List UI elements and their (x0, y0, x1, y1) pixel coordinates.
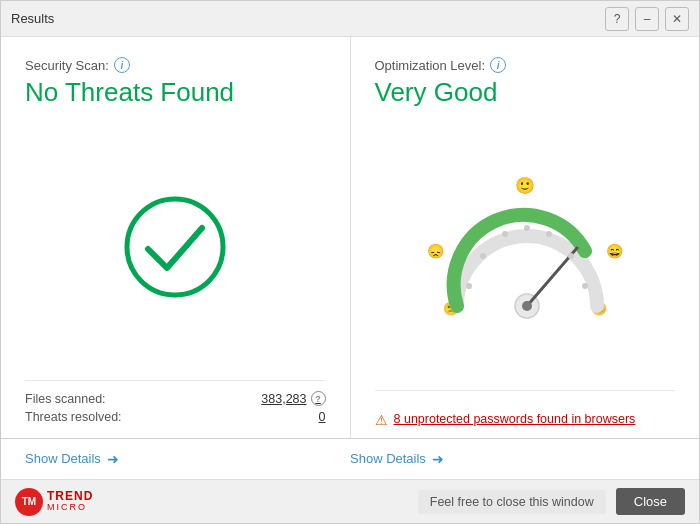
warning-triangle-icon: ⚠ (375, 412, 388, 428)
scan-label-row: Security Scan: i (25, 57, 326, 73)
svg-point-10 (582, 283, 588, 289)
title-bar-left: Results (11, 11, 54, 26)
logo-text-block: TREND MICRO (47, 490, 93, 513)
minimize-button[interactable]: – (635, 7, 659, 31)
optimization-panel: Optimization Level: i Very Good 🙂 😞 🙁 😊 … (351, 37, 700, 438)
files-scanned-row: Files scanned: 383,283 ? (25, 391, 326, 406)
arrow-right-icon-2: ➜ (432, 451, 444, 467)
arrow-right-icon: ➜ (107, 451, 119, 467)
title-bar-controls: ? – ✕ (605, 7, 689, 31)
footer-right: Feel free to close this window Close (418, 488, 685, 515)
scan-label: Security Scan: (25, 58, 109, 73)
stats-area: Files scanned: 383,283 ? Threats resolve… (25, 380, 326, 428)
help-button[interactable]: ? (605, 7, 629, 31)
main-content: Security Scan: i No Threats Found Files … (1, 37, 699, 479)
title-bar: Results ? – ✕ (1, 1, 699, 37)
face-neutral-top-icon: 🙂 (515, 176, 535, 195)
footer-message: Feel free to close this window (418, 490, 606, 514)
threats-resolved-label: Threats resolved: (25, 410, 122, 424)
panels-container: Security Scan: i No Threats Found Files … (1, 37, 699, 438)
svg-point-9 (568, 253, 574, 259)
show-details-area: Show Details ➜ Show Details ➜ (1, 438, 699, 479)
svg-point-8 (546, 231, 552, 237)
logo-micro: MICRO (47, 503, 93, 513)
scan-info-icon[interactable]: i (114, 57, 130, 73)
files-help-icon[interactable]: ? (311, 391, 326, 406)
check-circle-container (25, 118, 326, 375)
optimization-label: Optimization Level: (375, 58, 486, 73)
trend-micro-logo: TM TREND MICRO (15, 488, 93, 516)
window-close-button[interactable]: ✕ (665, 7, 689, 31)
gauge-container: 🙂 😞 🙁 😊 😄 (375, 118, 676, 385)
gauge-wrapper: 🙂 😞 🙁 😊 😄 (425, 176, 625, 326)
check-circle-icon (120, 192, 230, 302)
threats-resolved-row: Threats resolved: 0 (25, 410, 326, 424)
security-scan-panel: Security Scan: i No Threats Found Files … (1, 37, 351, 438)
show-details-left: Show Details ➜ (25, 449, 350, 467)
optimization-info-icon[interactable]: i (490, 57, 506, 73)
warning-link[interactable]: 8 unprotected passwords found in browser… (394, 411, 636, 429)
svg-point-6 (502, 231, 508, 237)
warning-area: ⚠ 8 unprotected passwords found in brows… (375, 401, 676, 429)
optimization-label-row: Optimization Level: i (375, 57, 676, 73)
show-details-security-button[interactable]: Show Details ➜ (25, 451, 119, 467)
optimization-stats-area: ⚠ 8 unprotected passwords found in brows… (375, 390, 676, 429)
svg-point-5 (480, 253, 486, 259)
svg-point-4 (466, 283, 472, 289)
logo-circle: TM (15, 488, 43, 516)
footer: TM TREND MICRO Feel free to close this w… (1, 479, 699, 523)
show-details-optimization-button[interactable]: Show Details ➜ (350, 451, 444, 467)
close-button[interactable]: Close (616, 488, 685, 515)
files-scanned-value: 383,283 ? (261, 391, 325, 406)
threats-resolved-value: 0 (319, 410, 326, 424)
results-window: Results ? – ✕ Security Scan: i No Threat… (0, 0, 700, 524)
optimization-status: Very Good (375, 77, 676, 108)
gauge-svg (437, 196, 617, 326)
scan-status: No Threats Found (25, 77, 326, 108)
svg-point-3 (522, 301, 532, 311)
files-scanned-label: Files scanned: (25, 392, 106, 406)
show-details-right: Show Details ➜ (350, 449, 675, 467)
svg-point-0 (127, 199, 223, 295)
svg-point-7 (524, 225, 530, 231)
window-title: Results (11, 11, 54, 26)
